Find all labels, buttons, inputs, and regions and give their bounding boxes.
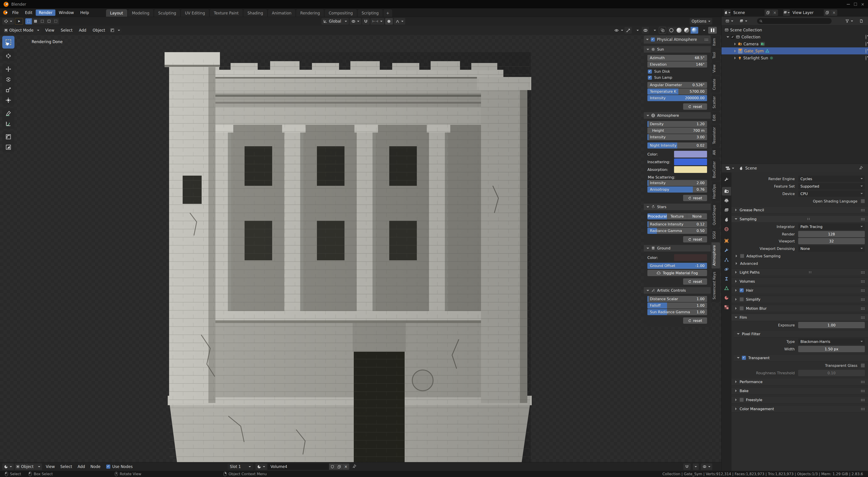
viewport-3d[interactable]: Object Mode View Select Add Object — [0, 26, 721, 462]
pause-render-button[interactable] — [708, 27, 717, 34]
tool-move[interactable] — [2, 64, 14, 74]
snap-node-dropdown[interactable] — [693, 464, 699, 470]
pixel-filter-header[interactable]: Pixel Filter — [734, 330, 868, 338]
radiance-intensity-slider[interactable]: Radiance Intensity0.12 — [647, 221, 707, 227]
shader-menu-select[interactable]: Select — [58, 464, 75, 470]
atmosphere-section-header[interactable]: Atmosphere — [644, 112, 711, 119]
tab-sculpting[interactable]: Sculpting — [154, 9, 180, 17]
atmosphere-panel-header[interactable]: Physical Atmosphere — [644, 35, 711, 43]
osl-checkbox[interactable] — [861, 199, 865, 203]
sidebar-tab-scatter[interactable]: Scatter — [712, 94, 720, 111]
angular-diameter-slider[interactable]: Angular Diameter0.526° — [647, 82, 707, 88]
copy-material-icon[interactable] — [336, 464, 342, 470]
outliner-filter-type-dropdown[interactable] — [738, 18, 749, 24]
tool-cursor[interactable] — [2, 51, 14, 61]
transform-orientation-dropdown[interactable]: Global — [321, 18, 349, 25]
view-layer-browse-icon[interactable] — [783, 9, 790, 16]
color-management-header[interactable]: Color Management — [732, 405, 868, 412]
select-mode-subtract[interactable] — [39, 18, 46, 24]
light-paths-header[interactable]: Light Paths — [732, 269, 868, 276]
ptab-scene-icon[interactable] — [722, 215, 731, 224]
outliner-row-scene-collection[interactable]: Scene Collection — [721, 26, 868, 33]
transform-orientation-mini[interactable] — [109, 28, 122, 33]
volumes-header[interactable]: Volumes — [732, 278, 868, 285]
sidebar-tab-boxcutter[interactable]: BoxCutter — [712, 159, 720, 181]
simplify-header[interactable]: Simplify — [732, 296, 868, 303]
ptab-material-icon[interactable] — [722, 294, 731, 302]
expand-icon[interactable] — [735, 43, 737, 45]
samples-viewport-field[interactable]: 32 — [798, 238, 865, 244]
feature-set-dropdown[interactable]: Supported — [798, 183, 865, 190]
performance-header[interactable]: Performance — [732, 378, 868, 385]
scene-new-icon[interactable] — [765, 9, 771, 16]
adaptive-sampling-checkbox[interactable] — [740, 254, 744, 258]
sun-disk-row[interactable]: Sun Disk — [648, 69, 707, 74]
ptab-physics-icon[interactable] — [722, 265, 731, 274]
unlink-material-icon[interactable]: × — [342, 464, 349, 470]
scene-name[interactable]: Scene — [731, 9, 765, 16]
use-nodes-checkbox[interactable] — [106, 465, 110, 469]
object-visibility-dropdown[interactable] — [614, 27, 623, 34]
viewport-menu-add[interactable]: Add — [76, 27, 89, 33]
xray-toggle[interactable] — [659, 27, 666, 34]
shader-menu-view[interactable]: View — [43, 464, 57, 470]
tool-scale[interactable] — [2, 84, 14, 95]
tool-select-box[interactable] — [2, 36, 14, 48]
ptab-object-icon[interactable] — [722, 237, 731, 245]
panel-drag-handle[interactable] — [704, 38, 708, 41]
outliner-display-mode-dropdown[interactable] — [724, 18, 735, 24]
radiance-gamma-slider[interactable]: Radiance Gamma0.50 — [647, 228, 707, 234]
stars-reset-button[interactable]: reset — [683, 236, 707, 242]
visibility-eye-icon[interactable] — [866, 48, 866, 54]
ground-reset-button[interactable]: reset — [683, 278, 707, 285]
pin-icon[interactable] — [859, 166, 863, 171]
sidebar-tab-edit[interactable]: Edit — [712, 112, 720, 124]
freestyle-checkbox[interactable] — [740, 398, 744, 402]
shading-wireframe-button[interactable] — [668, 27, 675, 34]
filter-width-field[interactable]: 1.50 px — [798, 346, 865, 352]
elevation-field[interactable]: Elevation146° — [647, 61, 707, 68]
visibility-eye-icon[interactable] — [866, 56, 866, 61]
gizmos-toggle[interactable] — [625, 27, 632, 34]
atm-intensity-slider[interactable]: Intensity3.00 — [647, 134, 707, 140]
editor-type-dropdown[interactable] — [2, 464, 14, 470]
ground-color-swatch[interactable] — [674, 254, 707, 261]
slot-dropdown[interactable]: Slot 1 — [228, 464, 253, 470]
motion-blur-header[interactable]: Motion Blur — [732, 305, 868, 312]
sidebar-tab-ssgi[interactable]: SSGI — [712, 229, 720, 242]
azimuth-field[interactable]: Azimuth68.5° — [647, 55, 707, 61]
gizmos-dropdown[interactable] — [633, 27, 640, 34]
view-layer-name[interactable]: View Layer — [790, 9, 824, 16]
shader-type-dropdown[interactable]: Object — [15, 464, 42, 470]
anisotropy-slider[interactable]: Anisotropy0.76 — [647, 186, 707, 193]
visibility-eye-icon[interactable] — [866, 35, 866, 39]
ground-section-header[interactable]: Ground — [644, 245, 711, 251]
scene-unlink-icon[interactable]: × — [771, 9, 778, 16]
sidebar-tab-screencast-keys[interactable]: Screencast Keys — [712, 269, 720, 302]
proportional-edit-toggle[interactable] — [385, 18, 393, 25]
density-slider[interactable]: Density1.20 — [647, 121, 707, 127]
tool-annotate[interactable] — [2, 108, 14, 118]
outliner-row-gate-sym[interactable]: Gate_Sym — [721, 47, 868, 55]
material-name-field[interactable]: Volume4 — [268, 464, 329, 470]
sidebar-tab-tool[interactable]: Tool — [712, 49, 720, 61]
interaction-mode-dropdown[interactable]: Object Mode — [2, 27, 41, 33]
tab-modeling[interactable]: Modeling — [128, 9, 153, 17]
view-layer-new-icon[interactable] — [824, 9, 831, 16]
viewport-denoising-dropdown[interactable]: None — [798, 245, 865, 252]
tweak-tool-button[interactable]: ➤ — [15, 18, 23, 25]
advanced-row[interactable]: Advanced — [735, 260, 865, 267]
options-dropdown[interactable]: Options — [690, 18, 712, 25]
ptab-view-layer-icon[interactable] — [722, 206, 731, 214]
fake-user-shield-icon[interactable] — [329, 464, 336, 470]
ptab-texture-icon[interactable] — [722, 303, 731, 311]
sidebar-tab-create[interactable]: Create — [712, 76, 720, 93]
bake-header[interactable]: Bake — [732, 387, 868, 395]
expand-icon[interactable] — [735, 50, 737, 53]
inscattering-swatch[interactable] — [674, 159, 707, 165]
tab-animation[interactable]: Animation — [268, 9, 296, 17]
toggle-material-fog-button[interactable]: Toggle Material Fog — [647, 270, 707, 276]
pivot-point-dropdown[interactable] — [350, 18, 361, 25]
sidebar-tab-quickshape[interactable]: QuickShape — [712, 202, 720, 228]
shader-menu-node[interactable]: Node — [88, 464, 103, 470]
